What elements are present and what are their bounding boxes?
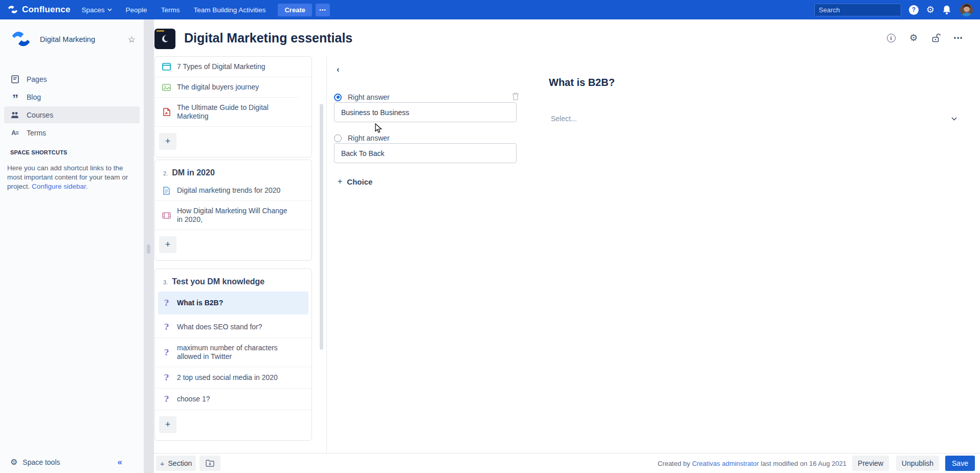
unpublish-button[interactable]: Unpublish (896, 456, 939, 471)
question-icon: ? (162, 373, 171, 382)
choice-1-input[interactable] (334, 102, 517, 122)
right-answer-radio-1[interactable] (334, 94, 342, 101)
save-button[interactable]: Save (945, 456, 975, 471)
page-title: Digital Marketing essentials (184, 31, 352, 46)
pdf-icon (162, 108, 171, 116)
space-shortcuts-header: SPACE SHORTCUTS (10, 149, 144, 155)
chevron-down-icon (107, 8, 112, 11)
question-preview-panel: What is B2B? Select... (549, 56, 958, 453)
question-label: What is B2B? (177, 299, 223, 307)
courses-icon (10, 111, 19, 119)
user-avatar[interactable] (959, 3, 974, 17)
lesson-item[interactable]: The Ultimate Guide to Digital Marketing (155, 97, 298, 126)
lesson-item[interactable]: 7 Types of Digital Marketing (155, 57, 311, 77)
folder-import-icon (206, 460, 214, 467)
column-divider (326, 56, 327, 453)
add-lesson-button[interactable]: + (159, 236, 176, 253)
nav-right-cluster: ? ⚙ (814, 0, 974, 19)
image-icon (162, 84, 171, 91)
configure-sidebar-link[interactable]: Configure sidebar. (32, 183, 88, 190)
nav-more-button[interactable]: ••• (316, 4, 330, 16)
back-button[interactable]: ‹ (337, 64, 340, 75)
lesson-item[interactable]: How Digital Marketing Will Change in 202… (155, 200, 311, 230)
space-tools-button[interactable]: Space tools (23, 458, 117, 466)
space-shortcuts-text: Here you can add shortcut links to the m… (7, 164, 133, 191)
page-more-actions-button[interactable]: ••• (953, 33, 964, 43)
notifications-bell-icon[interactable] (942, 5, 951, 15)
import-folder-button[interactable] (199, 456, 220, 471)
section-number: 2. (163, 170, 168, 176)
add-section-button[interactable]: + Section (156, 456, 196, 471)
preview-button[interactable]: Preview (852, 456, 889, 471)
space-logo (10, 30, 32, 49)
nav-item-team-building-activities[interactable]: Team Building Activities (193, 6, 265, 14)
add-question-button[interactable]: + (159, 416, 176, 433)
scrollbar-thumb[interactable] (320, 104, 323, 350)
section-title: DM in 2020 (172, 168, 215, 177)
lesson-label: The digital buyers journey (177, 83, 259, 92)
lesson-label: Digital marketing trends for 2020 (177, 186, 280, 195)
sidebar-item-label: Blog (27, 93, 41, 101)
question-label: maximum number of characters allowed in … (177, 344, 296, 361)
top-navigation: Confluence Spaces People Terms Team Buil… (0, 0, 980, 19)
question-title: What is B2B? (549, 77, 615, 88)
collapse-sidebar-button[interactable]: « (118, 457, 122, 467)
confluence-logo[interactable]: Confluence (0, 5, 71, 15)
sidebar-item-courses[interactable]: Courses (4, 106, 140, 123)
question-label: What does SEO stand for? (177, 323, 262, 331)
sidebar-item-terms[interactable]: A≡ Terms (4, 124, 140, 141)
help-icon[interactable]: ? (909, 5, 919, 15)
choice-2-input[interactable] (334, 143, 517, 163)
question-item[interactable]: ? What does SEO stand for? (155, 317, 311, 337)
page-settings-gear-icon[interactable]: ⚙ (908, 33, 919, 43)
resize-grip[interactable] (147, 244, 150, 254)
add-choice-button[interactable]: + Choice (338, 177, 372, 186)
author-link[interactable]: Creativas adminstrator (692, 460, 759, 467)
create-button[interactable]: Create (278, 4, 311, 16)
question-item-selected[interactable]: ? What is B2B? (158, 291, 308, 314)
page-header-actions: i ⚙ ••• (886, 33, 964, 43)
question-label: choose 1? (177, 395, 210, 403)
question-icon: ? (162, 348, 171, 357)
blog-icon: ” (10, 97, 19, 102)
question-item[interactable]: ? 2 top used social media in 2020 (155, 367, 311, 388)
editor-footer: + Section Created by Creativas adminstra… (154, 453, 980, 473)
nav-item-spaces[interactable]: Spaces (82, 6, 112, 14)
right-answer-radio-2[interactable] (334, 134, 342, 142)
question-icon: ? (162, 298, 171, 308)
sidebar-item-label: Pages (27, 75, 47, 83)
lesson-item[interactable]: The digital buyers journey (155, 77, 311, 97)
space-tools-gear-icon: ⚙ (10, 458, 17, 466)
nav-item-terms[interactable]: Terms (161, 6, 180, 14)
section-header: 2. DM in 2020 (155, 160, 311, 181)
nav-item-people[interactable]: People (126, 6, 147, 14)
favorite-star-icon[interactable]: ☆ (128, 34, 136, 45)
sidebar-resize-gutter[interactable] (144, 19, 154, 473)
space-name: Digital Marketing (40, 35, 128, 43)
plus-icon: + (338, 177, 342, 186)
search-input[interactable] (819, 6, 909, 14)
delete-choice-icon[interactable] (511, 92, 520, 101)
question-item[interactable]: ? maximum number of characters allowed i… (155, 337, 311, 367)
course-section-card-2: 2. DM in 2020 Digital marketing trends f… (154, 160, 312, 261)
answer-select-dropdown[interactable]: Select... (551, 110, 957, 127)
sidebar-item-blog[interactable]: ” Blog (4, 88, 140, 105)
question-item[interactable]: ? choose 1? (155, 388, 311, 410)
search-box[interactable] (814, 4, 901, 16)
course-section-card-1: 7 Types of Digital Marketing The digital… (154, 56, 312, 157)
settings-gear-icon[interactable]: ⚙ (926, 5, 934, 14)
sidebar-item-pages[interactable]: Pages (4, 71, 140, 87)
add-lesson-button[interactable]: + (159, 133, 176, 150)
space-sidebar: Digital Marketing ☆ Pages ” Blog Courses… (0, 19, 144, 473)
section-title: Test you DM knowledge (172, 277, 264, 286)
document-icon (162, 187, 171, 195)
info-icon[interactable]: i (886, 33, 896, 43)
unlock-icon[interactable] (931, 33, 941, 43)
radio-label: Right answer (348, 93, 390, 101)
chevron-down-icon (951, 117, 957, 121)
select-placeholder: Select... (551, 115, 577, 123)
course-outline-column: 7 Types of Digital Marketing The digital… (154, 56, 326, 453)
lesson-label: 7 Types of Digital Marketing (177, 62, 265, 71)
lesson-item[interactable]: Digital marketing trends for 2020 (155, 181, 311, 200)
plus-icon: + (160, 459, 165, 468)
